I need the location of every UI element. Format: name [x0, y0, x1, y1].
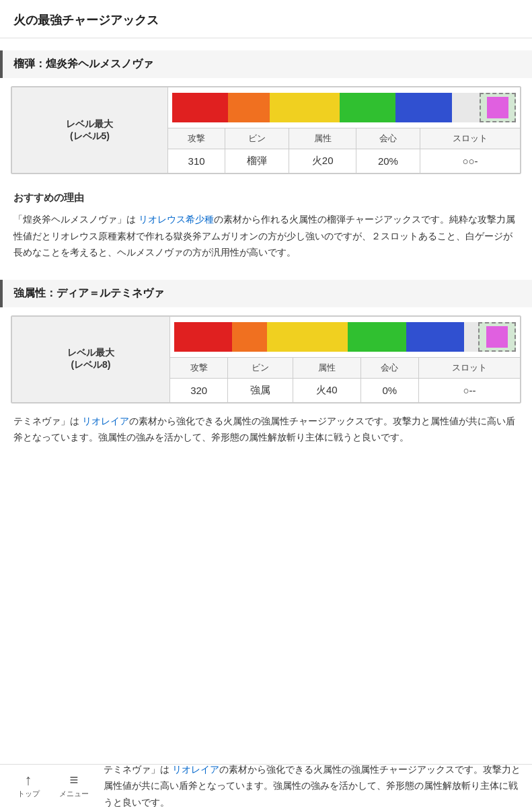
weapon2-val-slot: ○--	[419, 378, 521, 402]
seg-slot-inner	[487, 97, 508, 118]
seg2-blue	[406, 322, 464, 352]
weapon2-header-slot: スロット	[419, 357, 521, 378]
recommend1-title: おすすめの理由	[13, 192, 519, 204]
nav-inline-link[interactable]: リオレイア	[172, 764, 219, 775]
weapon2-table: レベル最大 (レベル8) 攻撃 ビン 属性	[11, 316, 521, 403]
weapon1-table: レベル最大 (レベル5) 攻撃 ビン 属性	[11, 87, 521, 174]
weapon1-val-bin: 榴弾	[225, 149, 289, 174]
recommend1-link[interactable]: リオレウス希少種	[139, 214, 214, 225]
seg2-red	[174, 322, 232, 352]
seg-orange	[228, 93, 270, 122]
weapon1-colorbar	[172, 93, 516, 122]
seg-blue	[395, 93, 451, 122]
weapon2-colorbar	[174, 322, 516, 352]
bottom-nav: ↑ トップ ≡ メニュー テミネヴァ」は リオレイアの素材から強化できる火属性の…	[0, 764, 532, 807]
page-title-section: 火の最強チャージアックス	[0, 0, 532, 38]
weapon1-level-label: レベル最大	[66, 118, 113, 129]
recommend1-section: おすすめの理由 「煌炎斧ヘルメスノヴァ」は リオレウス希少種の素材から作れる火属…	[0, 182, 532, 268]
weapon1-header-attr: 属性	[289, 128, 356, 149]
weapon2-table-wrapper: レベル最大 (レベル8) 攻撃 ビン 属性	[11, 315, 521, 404]
seg-red	[172, 93, 228, 122]
seg2-slot-inner	[486, 326, 508, 348]
nav-inline-text: テミネヴァ」は リオレイアの素材から強化できる火属性の強属性チャージアックスです…	[98, 761, 525, 807]
weapon1-level-cell: レベル最大 (レベル5)	[12, 87, 168, 174]
weapon1-level-sub: (レベル5)	[70, 130, 110, 141]
bottom-text-paragraph: テミネヴァ」は リオレイアの素材から強化できる火属性の強属性チャージアックスです…	[13, 413, 519, 446]
recommend1-text: 「煌炎斧ヘルメスノヴァ」は リオレウス希少種の素材から作れる火属性の榴弾チャージ…	[13, 211, 519, 261]
seg2-yellow	[267, 322, 348, 352]
page-title: 火の最強チャージアックス	[13, 13, 159, 27]
section1-header: 榴弾：煌炎斧ヘルメスノヴァ	[0, 50, 532, 78]
nav-menu-label: メニュー	[59, 789, 89, 799]
weapon1-val-attack: 310	[167, 149, 225, 174]
section2-header: 強属性：ディア＝ルテミネヴァ	[0, 280, 532, 307]
weapon2-header-attr: 属性	[293, 357, 360, 378]
nav-top-icon: ↑	[25, 773, 32, 787]
seg2-green	[348, 322, 406, 352]
seg-slot	[480, 93, 516, 122]
section1-label: 榴弾：煌炎斧ヘルメスノヴァ	[13, 57, 153, 71]
seg2-white	[464, 322, 479, 352]
seg-white	[452, 93, 480, 122]
weapon1-header-crit: 会心	[356, 128, 420, 149]
seg-yellow	[270, 93, 340, 122]
weapon1-header-attack: 攻撃	[167, 128, 225, 149]
weapon1-val-slot: ○○-	[420, 149, 521, 174]
weapon2-level-label: レベル最大	[67, 347, 114, 358]
weapon1-header-bin: ビン	[225, 128, 289, 149]
weapon2-colorbar-cell	[169, 316, 520, 357]
bottom-link[interactable]: リオレイア	[82, 416, 129, 426]
weapon1-header-slot: スロット	[420, 128, 521, 149]
weapon2-header-bin: ビン	[228, 357, 293, 378]
seg2-orange	[232, 322, 267, 352]
section2-label: 強属性：ディア＝ルテミネヴァ	[13, 286, 164, 301]
seg2-slot	[478, 322, 516, 352]
weapon1-colorbar-cell	[167, 87, 520, 128]
seg-green	[340, 93, 395, 122]
nav-top-label: トップ	[17, 789, 40, 799]
weapon1-val-crit: 20%	[356, 149, 420, 174]
bottom-text-section: テミネヴァ」は リオレイアの素材から強化できる火属性の強属性チャージアックスです…	[0, 413, 532, 500]
nav-menu-icon: ≡	[70, 773, 79, 787]
weapon1-colorbar-row: レベル最大 (レベル5)	[12, 87, 521, 128]
weapon2-val-crit: 0%	[360, 378, 419, 402]
nav-menu-button[interactable]: ≡ メニュー	[52, 768, 96, 804]
weapon2-val-attr: 火40	[293, 378, 360, 402]
weapon2-val-attack: 320	[169, 378, 228, 402]
nav-top-button[interactable]: ↑ トップ	[7, 768, 50, 804]
weapon1-val-attr: 火20	[289, 149, 356, 174]
weapon2-level-sub: (レベル8)	[71, 359, 110, 370]
weapon2-val-bin: 強属	[228, 378, 293, 402]
weapon1-table-wrapper: レベル最大 (レベル5) 攻撃 ビン 属性	[11, 86, 521, 174]
weapon2-header-attack: 攻撃	[169, 357, 228, 378]
weapon2-colorbar-row: レベル最大 (レベル8)	[12, 316, 521, 357]
weapon2-level-cell: レベル最大 (レベル8)	[12, 316, 170, 402]
page-bottom-padding	[0, 500, 532, 553]
weapon2-header-crit: 会心	[360, 357, 419, 378]
